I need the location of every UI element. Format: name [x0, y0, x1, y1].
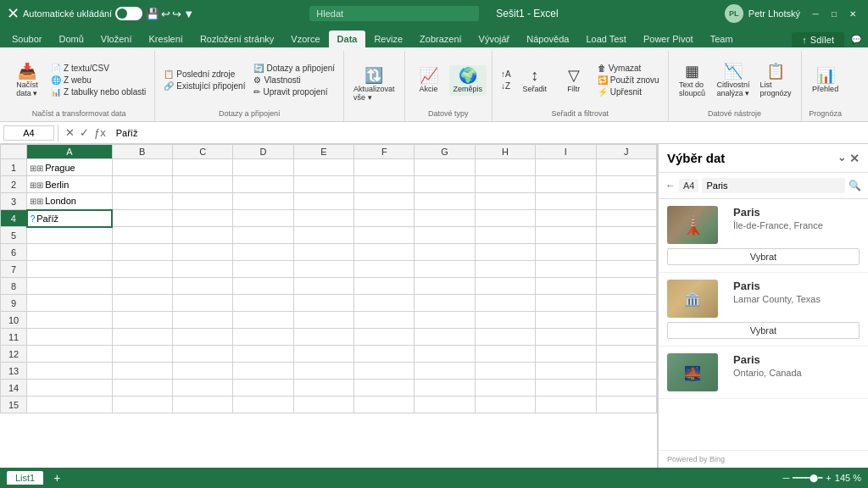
col-header-C[interactable]: C	[172, 145, 232, 159]
vymazat-button[interactable]: 🗑Vymazat	[594, 63, 663, 74]
tab-revize[interactable]: Revize	[365, 30, 411, 47]
tab-vlozeni[interactable]: Vložení	[92, 30, 141, 47]
close-button[interactable]: ✕	[844, 5, 861, 22]
sort-za-button[interactable]: ↓Z	[498, 80, 515, 92]
tab-zobrazeni[interactable]: Zobrazení	[411, 30, 470, 47]
panel-close-button[interactable]: ✕	[849, 152, 860, 165]
autosave-toggle[interactable]	[115, 7, 142, 20]
cell-C1[interactable]	[172, 159, 232, 176]
posledni-zdroje-button[interactable]: 📋 Poslední zdroje	[160, 69, 248, 80]
insert-function-icon[interactable]: ƒx	[94, 126, 106, 139]
cell-B4[interactable]	[112, 210, 172, 227]
cell-A2[interactable]: ⊞⊞Berlin	[27, 176, 112, 193]
cell-B1[interactable]	[112, 159, 172, 176]
cell-A1[interactable]: ⊞⊞Prague	[27, 159, 112, 176]
row-header-4[interactable]: 4	[1, 210, 27, 227]
formula-input[interactable]	[113, 128, 865, 138]
cell-E3[interactable]	[293, 193, 353, 210]
row-header-3[interactable]: 3	[1, 193, 27, 210]
col-header-G[interactable]: G	[415, 145, 475, 159]
text-sloupce-button[interactable]: ▦ Text dosloupců	[674, 61, 711, 100]
cell-G1[interactable]	[415, 159, 475, 176]
upravit-button[interactable]: ✏ Upravit propojení	[250, 86, 338, 97]
cell-I3[interactable]	[536, 193, 596, 210]
tab-soubor[interactable]: Soubor	[3, 30, 50, 47]
save-icon[interactable]: 💾	[146, 8, 159, 20]
cell-H3[interactable]	[475, 193, 535, 210]
cell-J1[interactable]	[596, 159, 656, 176]
cell-H2[interactable]	[475, 176, 535, 193]
comments-button[interactable]: 💬	[848, 30, 865, 47]
cell-F4[interactable]	[354, 210, 415, 227]
cell-D3[interactable]	[233, 193, 293, 210]
zoom-out-button[interactable]: ─	[783, 473, 790, 483]
seradit-button[interactable]: ↕ Seřadit	[516, 65, 554, 96]
panel-search-input[interactable]	[702, 178, 845, 193]
tab-kresleni[interactable]: Kreslení	[141, 30, 192, 47]
zoom-in-button[interactable]: +	[826, 473, 831, 483]
tab-vyvojar[interactable]: Vývojář	[470, 30, 519, 47]
panel-expand-icon[interactable]: ⌄	[837, 152, 846, 165]
sheet-tab-list1[interactable]: List1	[7, 471, 43, 485]
pouzit-button[interactable]: 🔁Použít znovu	[594, 75, 663, 86]
cell-B3[interactable]	[112, 193, 172, 210]
z-textu-button[interactable]: 📄 Z textu/CSV	[47, 63, 149, 74]
cancel-formula-icon[interactable]: ✕	[65, 126, 75, 139]
cell-G3[interactable]	[415, 193, 475, 210]
col-header-H[interactable]: H	[475, 145, 535, 159]
panel-back-button[interactable]: ←	[665, 180, 676, 191]
list-prognozy-button[interactable]: 📋 Listprognózy	[756, 61, 796, 100]
search-input[interactable]	[309, 6, 479, 21]
tab-loadtest[interactable]: Load Test	[577, 30, 635, 47]
row-header-11[interactable]: 11	[1, 329, 27, 346]
cell-J4[interactable]	[596, 210, 656, 227]
z-tabulky-button[interactable]: 📊 Z tabulky nebo oblasti	[47, 86, 149, 97]
cell-J2[interactable]	[596, 176, 656, 193]
upresnit-button[interactable]: ⚡Upřesnit	[594, 86, 663, 97]
dotazy-pripojeni-button[interactable]: 🔄 Dotazy a připojení	[250, 63, 338, 74]
nacist-data-button[interactable]: 📥 Načístdata ▾	[8, 61, 46, 100]
panel-search-icon[interactable]: 🔍	[849, 180, 861, 191]
cell-D2[interactable]	[233, 176, 293, 193]
cell-A4[interactable]: ?Paříž	[27, 210, 112, 227]
row-header-9[interactable]: 9	[1, 295, 27, 312]
cell-H1[interactable]	[475, 159, 535, 176]
cell-A3[interactable]: ⊞⊞London	[27, 193, 112, 210]
cell-E2[interactable]	[293, 176, 353, 193]
akcie-button[interactable]: 📈 Akcie	[410, 65, 448, 96]
cell-C2[interactable]	[172, 176, 232, 193]
cell-D4[interactable]	[233, 210, 293, 227]
cell-I1[interactable]	[536, 159, 596, 176]
col-header-I[interactable]: I	[536, 145, 596, 159]
row-header-6[interactable]: 6	[1, 244, 27, 261]
customize-icon[interactable]: ▼	[183, 8, 194, 20]
row-header-14[interactable]: 14	[1, 380, 27, 396]
col-header-A[interactable]: A	[27, 145, 112, 159]
add-sheet-button[interactable]: +	[53, 471, 60, 485]
cell-F1[interactable]	[354, 159, 415, 176]
row-header-15[interactable]: 15	[1, 396, 27, 413]
select-button-2[interactable]: Vybrat	[667, 322, 860, 339]
z-webu-button[interactable]: 🌐 Z webu	[47, 75, 149, 86]
cell-F2[interactable]	[354, 176, 415, 193]
maximize-button[interactable]: □	[826, 5, 843, 22]
tab-data[interactable]: Data	[329, 30, 366, 47]
row-header-13[interactable]: 13	[1, 363, 27, 380]
cell-B2[interactable]	[112, 176, 172, 193]
filtr-button[interactable]: ▽ Filtr	[555, 65, 593, 96]
aktualizovat-button[interactable]: 🔃 Aktualizovatvše ▾	[349, 65, 399, 104]
row-header-8[interactable]: 8	[1, 278, 27, 295]
col-header-F[interactable]: F	[354, 145, 415, 159]
tab-rozlozeni[interactable]: Rozložení stránky	[192, 30, 282, 47]
row-header-5[interactable]: 5	[1, 227, 27, 244]
tab-domu[interactable]: Domů	[50, 30, 92, 47]
cell-G2[interactable]	[415, 176, 475, 193]
tab-vzorce[interactable]: Vzorce	[282, 30, 328, 47]
tab-powerpivot[interactable]: Power Pivot	[635, 30, 702, 47]
col-header-J[interactable]: J	[596, 145, 656, 159]
sort-az-button[interactable]: ↑A	[498, 69, 515, 80]
cell-J3[interactable]	[596, 193, 656, 210]
col-header-D[interactable]: D	[233, 145, 293, 159]
existujici-button[interactable]: 🔗 Existující připojení	[160, 80, 248, 92]
share-button[interactable]: ↑ Sdílet	[792, 32, 844, 47]
